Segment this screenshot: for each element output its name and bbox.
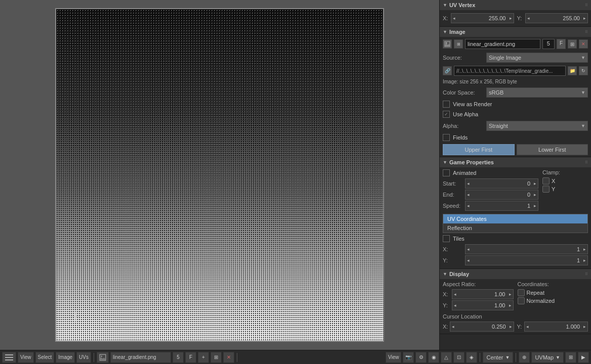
uv-x-label: X: (443, 15, 449, 21)
lower-first-btn[interactable]: Lower First (517, 144, 588, 155)
cursor-y-input[interactable]: ◂ 1.000 ▸ (524, 322, 588, 332)
uvmap-dropdown[interactable]: UVMap ▼ (531, 352, 564, 363)
clamp-x-checkbox[interactable] (542, 177, 550, 185)
uv-x-input[interactable]: ◂ 255.00 ▸ (451, 13, 514, 23)
colorspace-dropdown[interactable]: sRGB ▼ (486, 87, 588, 98)
uv-vertex-header[interactable]: ▼ UV Vertex ⠿ (440, 0, 591, 10)
view-btn[interactable]: View (18, 352, 34, 363)
toolbar-view-right[interactable]: View (386, 352, 402, 363)
image-section-header[interactable]: ▼ Image ⠿ (440, 27, 591, 37)
toolbar-uv-icon[interactable]: ⊡ (453, 352, 465, 363)
toolbar-settings-icon[interactable]: ⚙ (415, 352, 427, 363)
uv-y-input[interactable]: ◂ 255.00 ▸ (525, 13, 588, 23)
cursor-x-left[interactable]: ◂ (450, 324, 456, 329)
uv-y-field: Y: ◂ 255.00 ▸ (517, 13, 588, 23)
aspect-y-left[interactable]: ◂ (452, 303, 458, 308)
aspect-y-input[interactable]: ◂ 1.00 ▸ (452, 300, 514, 310)
toolbar-image-num[interactable]: 5 (173, 352, 184, 363)
repeat-label: Repeat (527, 290, 544, 296)
cursor-y-left[interactable]: ◂ (525, 324, 530, 329)
image-name-input[interactable] (465, 39, 540, 49)
end-left[interactable]: ◂ (466, 192, 471, 197)
image-type-icon[interactable] (443, 39, 452, 49)
use-alpha-checkbox[interactable] (443, 111, 450, 118)
speed-label: Speed: (443, 203, 463, 209)
image-grid-icon[interactable]: ⊞ (568, 39, 577, 49)
toolbar-misc-icon[interactable]: ◈ (466, 352, 477, 363)
image-x-icon[interactable]: ✕ (579, 39, 588, 49)
tiles-checkbox[interactable] (443, 235, 450, 242)
display-section-header[interactable]: ▼ Display ⠿ (440, 269, 591, 279)
repeat-radio[interactable] (518, 289, 525, 296)
speed-left[interactable]: ◂ (466, 203, 471, 208)
aspect-x-right[interactable]: ▸ (508, 292, 513, 297)
source-dropdown[interactable]: Single Image ▼ (486, 53, 588, 63)
select-btn[interactable]: Select (35, 352, 55, 363)
cursor-location-section: Cursor Location X: ◂ 0.250 ▸ (443, 313, 588, 332)
end-input[interactable]: ◂ 0 ▸ (465, 190, 538, 200)
start-left[interactable]: ◂ (466, 181, 471, 186)
image-data-icon[interactable]: ⊞ (454, 39, 463, 49)
uv-x-left-arrow[interactable]: ◂ (451, 16, 457, 21)
alpha-dropdown[interactable]: Straight ▼ (486, 121, 588, 131)
uv-y-left-arrow[interactable]: ◂ (526, 16, 531, 21)
aspect-x-left[interactable]: ◂ (452, 292, 458, 297)
toolbar-menu-icon[interactable] (2, 352, 16, 363)
image-name-row: ⊞ 5 F ⊞ ✕ (440, 37, 591, 51)
toolbar-grid2-icon[interactable]: ⊞ (565, 352, 576, 363)
start-right[interactable]: ▸ (532, 181, 538, 186)
toolbar-image-name-input[interactable] (110, 352, 171, 363)
cursor-x-input[interactable]: ◂ 0.250 ▸ (450, 322, 514, 332)
image-number[interactable]: 5 (542, 39, 555, 49)
uv-x-right-arrow[interactable]: ▸ (508, 16, 514, 21)
start-input[interactable]: ◂ 0 ▸ (465, 178, 538, 189)
toolbar-grid-icon[interactable]: ⊞ (210, 352, 222, 363)
view-as-render-checkbox[interactable] (443, 101, 450, 108)
tiles-x-left[interactable]: ◂ (466, 247, 471, 252)
toolbar-object-icon[interactable]: ◉ (428, 352, 439, 363)
filepath-icon[interactable]: 🔗 (443, 66, 452, 75)
image-btn[interactable]: Image (56, 352, 75, 363)
clamp-y-checkbox[interactable] (542, 186, 550, 193)
tiles-x-right[interactable]: ▸ (582, 247, 587, 252)
mapping-dropdown[interactable]: UV Coordinates Reflection (443, 214, 588, 233)
cursor-x-field: X: ◂ 0.250 ▸ (443, 322, 514, 332)
aspect-x-input[interactable]: ◂ 1.00 ▸ (452, 289, 514, 299)
tiles-x-input[interactable]: ◂ 1 ▸ (465, 244, 588, 254)
speed-right[interactable]: ▸ (532, 203, 538, 208)
end-right[interactable]: ▸ (532, 192, 538, 197)
tiles-y-input[interactable]: ◂ 1 ▸ (465, 255, 588, 265)
uv-y-right-arrow[interactable]: ▸ (582, 16, 587, 21)
normalized-radio[interactable] (518, 297, 525, 304)
animated-checkbox[interactable] (443, 169, 450, 176)
image-f-button[interactable]: F (557, 39, 566, 49)
toolbar-render-icon[interactable]: ▶ (578, 352, 589, 363)
toolbar-mesh-icon[interactable]: △ (441, 352, 452, 363)
filepath-reload-btn[interactable]: ↻ (579, 66, 588, 75)
toolbar-plus-icon[interactable]: + (198, 352, 209, 363)
upper-first-btn[interactable]: Upper First (443, 144, 515, 155)
fields-buttons-row: Upper First Lower First (440, 143, 591, 157)
cursor-y-right[interactable]: ▸ (582, 324, 587, 329)
tiles-y-left[interactable]: ◂ (466, 258, 471, 263)
cursor-x-right[interactable]: ▸ (508, 324, 514, 329)
upper-first-label: Upper First (465, 147, 492, 153)
toolbar-x-icon[interactable]: ✕ (223, 352, 234, 363)
reflection-option[interactable]: Reflection (443, 223, 587, 233)
toolbar-sphere-icon[interactable]: ⊕ (519, 352, 530, 363)
speed-input[interactable]: ◂ 1 ▸ (465, 201, 538, 211)
fields-checkbox[interactable] (443, 134, 450, 141)
toolbar-image-name[interactable] (97, 352, 109, 363)
filepath-input[interactable] (454, 66, 566, 76)
toolbar-f-btn[interactable]: F (185, 352, 196, 363)
toolbar-f-label: F (189, 354, 192, 360)
uvs-btn[interactable]: UVs (76, 352, 91, 363)
aspect-y-right[interactable]: ▸ (508, 303, 513, 308)
tiles-x-label: X: (443, 246, 463, 252)
center-dropdown[interactable]: Center ▼ (483, 352, 513, 363)
toolbar-camera-icon[interactable]: 📷 (403, 352, 414, 363)
uv-coordinates-option[interactable]: UV Coordinates (443, 214, 587, 223)
filepath-folder-btn[interactable]: 📁 (568, 66, 577, 75)
tiles-y-right[interactable]: ▸ (582, 258, 587, 263)
game-properties-header[interactable]: ▼ Game Properties ⠿ (440, 157, 591, 167)
